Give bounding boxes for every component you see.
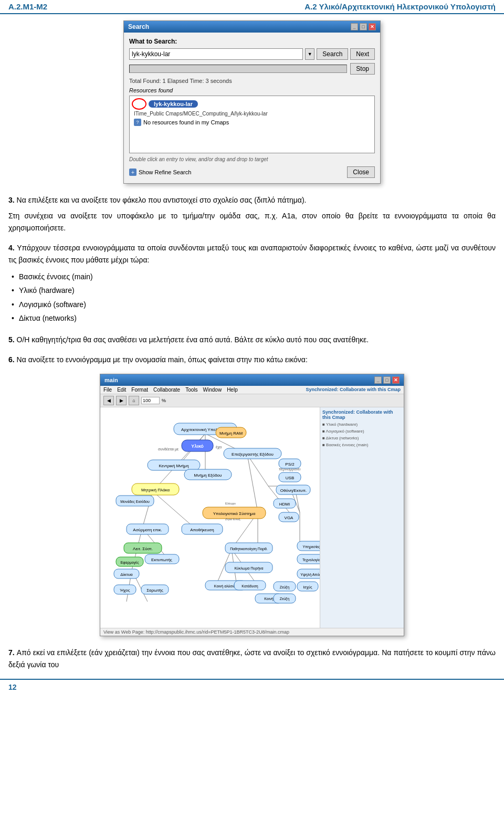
cmap-sidebar-title: Synchronized: Collaborate with this Cmap bbox=[322, 409, 402, 420]
menu-edit[interactable]: Edit bbox=[117, 387, 126, 393]
cmap-close-button[interactable]: ✕ bbox=[392, 376, 400, 384]
svg-line-7 bbox=[153, 491, 195, 528]
svg-text:Κατάδυση: Κατάδυση bbox=[242, 584, 258, 588]
dropdown-arrow-icon[interactable]: ▼ bbox=[305, 48, 314, 60]
minimize-button[interactable]: _ bbox=[351, 23, 358, 30]
cmap-title: main bbox=[104, 377, 118, 383]
section-3-number: 3. bbox=[8, 196, 15, 204]
svg-text:Κεντρική Μνήμη: Κεντρική Μνήμη bbox=[159, 464, 188, 468]
toolbar-back[interactable]: ◀ bbox=[103, 396, 114, 405]
svg-text:Λειτ. Σύστ.: Λειτ. Σύστ. bbox=[133, 546, 153, 551]
no-resources-text: No resources found in my Cmaps bbox=[143, 119, 229, 125]
svg-text:Υπηρεσίες: Υπηρεσίες bbox=[303, 545, 320, 549]
menu-collaborate[interactable]: Collaborate bbox=[153, 387, 180, 393]
cmap-body: συνδέεται με έχει περιλαμβάνει Αρχιτεκτο… bbox=[100, 407, 404, 628]
menu-tools[interactable]: Tools bbox=[185, 387, 197, 393]
svg-text:Εφαρμογές: Εφαρμογές bbox=[120, 561, 139, 565]
result-path: ITime_Public Cmaps/MOEC_Computing_A/lyk-… bbox=[132, 110, 372, 118]
svg-text:Αποθήκευση: Αποθήκευση bbox=[190, 528, 214, 532]
cmap-maximize-button[interactable]: □ bbox=[383, 376, 391, 384]
svg-text:Επεξεργαστής Εξόδου: Επεξεργαστής Εξόδου bbox=[232, 452, 274, 457]
section-3b-content: Στη συνέχεια να ανοίξετε τον υποφάκελο μ… bbox=[8, 212, 496, 232]
section-6-content: Να ανοίξετε το εννοιόγραμμα με την ονομα… bbox=[17, 355, 308, 364]
svg-text:Μονάδες Εισόδου: Μονάδες Εισόδου bbox=[120, 500, 150, 504]
cmap-content: συνδέεται με έχει περιλαμβάνει Αρχιτεκτο… bbox=[100, 407, 320, 628]
section-3-content: Να επιλέξετε και να ανοίξετε τον φάκελο … bbox=[17, 196, 307, 204]
search-button[interactable]: Search bbox=[317, 48, 348, 60]
svg-text:USB: USB bbox=[286, 476, 294, 480]
result-item-container: lyk-kykkou-lar bbox=[132, 98, 372, 110]
status-text: Total Found: 1 Elapsed Time: 3 seconds bbox=[129, 78, 375, 84]
svg-text:Μνήμη Εξόδου: Μνήμη Εξόδου bbox=[194, 473, 222, 478]
toolbar-forward[interactable]: ▶ bbox=[116, 396, 127, 405]
section-5-dot: . bbox=[13, 335, 17, 344]
section-7-content: Από εκεί να επιλέξετε (εάν χρειάζεται) τ… bbox=[8, 648, 496, 668]
sidebar-item-4: ■ Βασικές έννοιες (main) bbox=[322, 443, 402, 447]
show-refine-label: Show Refine Search bbox=[139, 169, 191, 175]
cmap-toolbar: ◀ ▶ ⌂ % bbox=[100, 394, 404, 407]
stop-button[interactable]: Stop bbox=[350, 63, 375, 75]
svg-text:PS/2: PS/2 bbox=[285, 462, 295, 467]
section-4: 4. Υπάρχουν τέσσερα εννοιογράμματα τα οπ… bbox=[8, 242, 496, 325]
highlight-circle bbox=[132, 98, 146, 110]
section-5: 5. Ο/Η καθηγητής/τρια θα σας αναθέσει να… bbox=[8, 334, 496, 345]
section-6-text: 6. Να ανοίξετε το εννοιόγραμμα με την ον… bbox=[8, 354, 496, 365]
svg-text:Ελέγχει: Ελέγχει bbox=[225, 502, 236, 505]
bullet-item-4: Δίκτυα (networks) bbox=[19, 311, 496, 325]
search-screenshot: Search _ □ ✕ What to Search: ▼ Search Ne… bbox=[8, 20, 496, 184]
svg-text:Κοινή: Κοινή bbox=[264, 597, 274, 601]
menu-file[interactable]: File bbox=[103, 387, 112, 393]
maximize-button[interactable]: □ bbox=[360, 23, 367, 30]
svg-text:Υψηλή Απόδ.: Υψηλή Απόδ. bbox=[300, 573, 320, 577]
svg-text:Οθόνη/Εκτυπ.: Οθόνη/Εκτυπ. bbox=[280, 488, 307, 493]
search-input[interactable] bbox=[129, 48, 303, 60]
bullet-item-2: Υλικό (hardware) bbox=[19, 283, 496, 297]
section-5-content: Ο/Η καθηγητής/τρια θα σας αναθέσει να με… bbox=[17, 335, 369, 344]
sync-label: Synchronized: Collaborate with this Cmap bbox=[306, 387, 401, 393]
no-resources-item: ? No resources found in my Cmaps bbox=[132, 118, 372, 127]
close-button[interactable]: Close bbox=[347, 166, 375, 178]
titlebar-close-button[interactable]: ✕ bbox=[369, 23, 376, 30]
page-footer: 12 bbox=[0, 679, 504, 695]
question-icon: ? bbox=[134, 119, 141, 126]
section-4-content: Υπάρχουν τέσσερα εννοιογράμματα τα οποία… bbox=[8, 244, 496, 264]
svg-text:Ζητεί Επεξ.: Ζητεί Επεξ. bbox=[225, 518, 242, 521]
section-7-dot: . bbox=[13, 648, 17, 657]
section-7-number: 7 bbox=[8, 648, 13, 657]
svg-text:Μητρική Πλάκα: Μητρική Πλάκα bbox=[141, 488, 170, 492]
menu-help[interactable]: Help bbox=[227, 387, 238, 393]
cmap-footer: View as Web Page: http://cmapspublic.ihm… bbox=[100, 628, 404, 636]
result-item-highlighted[interactable]: lyk-kykkou-lar bbox=[149, 100, 198, 108]
concept-map-svg: συνδέεται με έχει περιλαμβάνει Αρχιτεκτο… bbox=[100, 407, 320, 628]
menu-format[interactable]: Format bbox=[131, 387, 148, 393]
cmap-footer-url: View as Web Page: http://cmapspublic.ihm… bbox=[103, 629, 289, 635]
svg-text:Ζεύξη: Ζεύξη bbox=[280, 585, 289, 590]
section-6: 6. Να ανοίξετε το εννοιόγραμμα με την ον… bbox=[8, 354, 496, 365]
section-3b-text: Στη συνέχεια να ανοίξετε τον υποφάκελο μ… bbox=[8, 210, 496, 234]
page-header: Α.2.Μ1-Μ2 Α.2 Υλικό/Αρχιτεκτονική Ηλεκτρ… bbox=[0, 0, 504, 14]
menu-window[interactable]: Window bbox=[203, 387, 222, 393]
section-6-number: 6 bbox=[8, 355, 13, 364]
section-7-text: 7. Από εκεί να επιλέξετε (εάν χρειάζεται… bbox=[8, 647, 496, 670]
show-refine-button[interactable]: + Show Refine Search bbox=[129, 169, 191, 176]
main-content: Search _ □ ✕ What to Search: ▼ Search Ne… bbox=[0, 20, 504, 670]
bullet-item-1: Βασικές έννοιες (main) bbox=[19, 270, 496, 283]
zoom-percent: % bbox=[162, 398, 166, 403]
zoom-input[interactable] bbox=[141, 397, 160, 404]
section-7: 7. Από εκεί να επιλέξετε (εάν χρειάζεται… bbox=[8, 647, 496, 670]
bullet-list: Βασικές έννοιες (main) Υλικό (hardware) … bbox=[19, 270, 496, 325]
sidebar-item-3: ■ Δίκτυα (networks) bbox=[322, 436, 402, 440]
toolbar-home[interactable]: ⌂ bbox=[129, 396, 139, 405]
svg-text:Κύκλωμα Πυρήνα: Κύκλωμα Πυρήνα bbox=[234, 566, 263, 571]
svg-line-5 bbox=[247, 455, 258, 512]
progress-bar bbox=[129, 65, 347, 73]
resources-found-label: Resources found bbox=[129, 87, 375, 93]
svg-text:Τεχνολογία: Τεχνολογία bbox=[302, 558, 320, 562]
page-number: 12 bbox=[8, 683, 17, 691]
bullet-item-3: Λογισμικό (software) bbox=[19, 298, 496, 311]
svg-text:Εκτυπωτής: Εκτυπωτής bbox=[151, 557, 172, 562]
section-3: 3. Να επιλέξετε και να ανοίξετε τον φάκε… bbox=[8, 194, 496, 234]
next-button[interactable]: Next bbox=[350, 48, 375, 60]
dialog-footer: + Show Refine Search Close bbox=[129, 166, 375, 178]
cmap-minimize-button[interactable]: _ bbox=[374, 376, 382, 384]
